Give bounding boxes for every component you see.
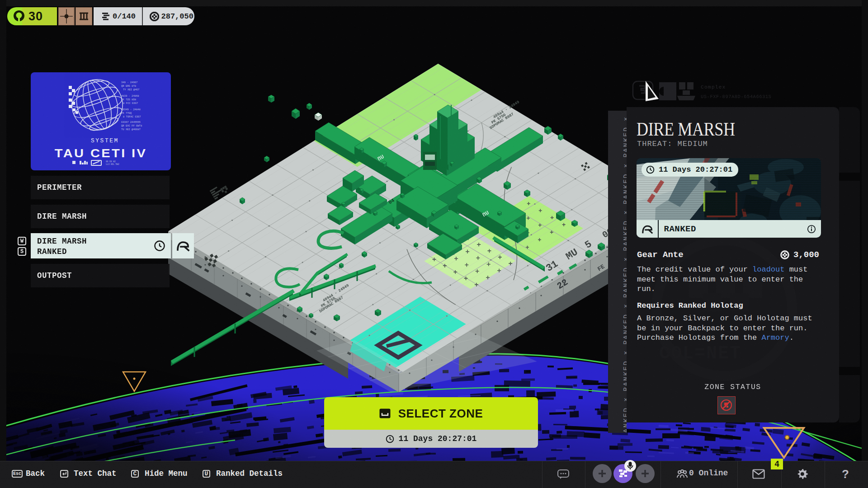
svg-text:49349 - 24848: 49349 - 24848 (121, 108, 141, 111)
svg-text:TY XEI @4G7: TY XEI @4G7 (123, 88, 139, 91)
svg-text:G3367 2445555: G3367 2445555 (121, 121, 141, 124)
svg-text:COL=NET: COL=NET (659, 343, 741, 364)
svg-text:SYSTEM: SYSTEM (91, 137, 119, 144)
svg-text:TU XEI @4GG87: TU XEI @4GG87 (121, 128, 141, 131)
svg-text:PK 77GQ: PK 77GQ (121, 112, 132, 115)
svg-text:4839 - 24868: 4839 - 24868 (121, 94, 139, 98)
svg-text:PK 7ZG 8D8: PK 7ZG 8D8 (121, 98, 136, 101)
svg-text:Complex: Complex (701, 84, 726, 90)
svg-text:8 FCC G3G7: 8 FCC G3G7 (123, 102, 138, 105)
svg-text:88 G8 W2: 88 G8 W2 (106, 160, 116, 163)
svg-text:LL3 8DL 5W2: LL3 8DL 5W2 (106, 163, 119, 165)
svg-text:US-FXF-897A8D-654A6631S: US-FXF-897A8D-654A6631S (701, 94, 771, 99)
svg-text:TAU CETI IV: TAU CETI IV (55, 146, 147, 160)
svg-text:QR ERG 8T8: QR ERG 8T8 (121, 84, 136, 88)
svg-text:8 TOFAC G3G7: 8 TOFAC G3G7 (123, 115, 141, 118)
svg-text:349 - 24967: 349 - 24967 (121, 81, 137, 84)
svg-text:QR EXC FF GWT8: QR EXC FF GWT8 (121, 124, 142, 127)
